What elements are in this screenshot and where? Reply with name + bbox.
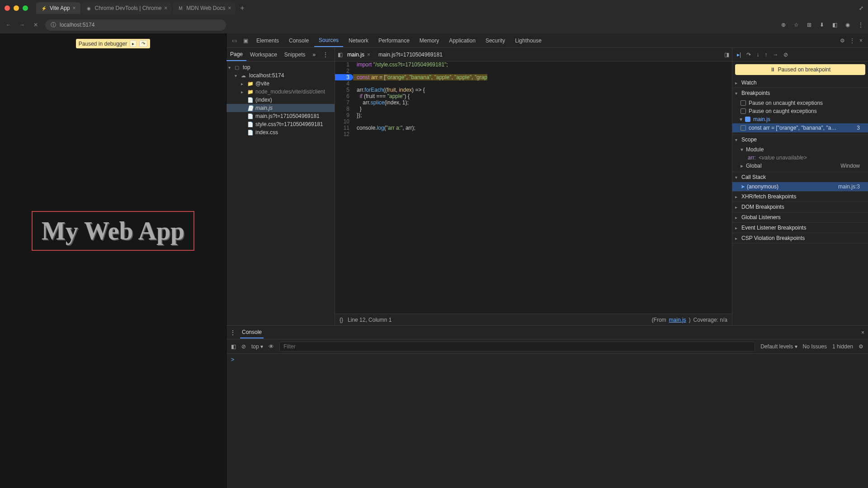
context-selector[interactable]: top ▾ [251, 343, 263, 350]
toggle-navigator-icon[interactable]: ◧ [338, 52, 343, 58]
drawer-menu-icon[interactable]: ⋮ [230, 329, 236, 336]
section-scope[interactable]: ▾Scope [732, 135, 868, 145]
close-window[interactable] [5, 5, 10, 11]
clear-console-icon[interactable]: ⊘ [241, 343, 246, 350]
file-tab-main-ts[interactable]: main.js?t=1710504969181 [375, 50, 446, 60]
file-tab-main[interactable]: main.js× [344, 50, 374, 60]
more-icon[interactable]: ⋮ [849, 38, 855, 44]
tab-performance[interactable]: Performance [374, 35, 414, 47]
pretty-print-icon[interactable]: {} [340, 317, 343, 323]
tab-application[interactable]: Application [444, 35, 480, 47]
log-levels-dropdown[interactable]: Default levels ▾ [760, 343, 797, 350]
address-bar[interactable]: ⓘ localhost:5174 [45, 19, 226, 31]
hidden-count[interactable]: 1 hidden [832, 343, 853, 350]
tab-elements[interactable]: Elements [252, 35, 283, 47]
step-out-icon[interactable]: ↑ [764, 52, 767, 58]
tree-top[interactable]: ▾▢top [226, 63, 335, 71]
close-devtools-icon[interactable]: × [859, 38, 863, 44]
code-editor[interactable]: 1import "/style.css?t=1710504969181"; 2 … [335, 61, 732, 314]
bp-file-row[interactable]: ▾main.js [732, 115, 868, 123]
tab-security[interactable]: Security [481, 35, 509, 47]
tree-file[interactable]: 📄style.css?t=1710504969181 [226, 120, 335, 128]
maximize-window[interactable] [23, 5, 28, 11]
profile-icon[interactable]: ◉ [845, 22, 850, 28]
close-drawer-icon[interactable]: × [861, 329, 864, 336]
nav-tab-workspace[interactable]: Workspace [246, 49, 281, 61]
favicon-chrome: ◉ [86, 5, 92, 11]
tab-lighthouse[interactable]: Lighthouse [510, 35, 546, 47]
step-icon[interactable]: → [773, 52, 778, 58]
sidepanel-icon[interactable]: ◧ [832, 22, 837, 28]
scope-module[interactable]: ▾Module [732, 145, 868, 154]
nav-more-icon[interactable]: » [309, 49, 320, 61]
new-tab-button[interactable]: + [236, 2, 248, 14]
device-toolbar-icon[interactable]: ▣ [241, 38, 251, 44]
scope-global[interactable]: ▸GlobalWindow [732, 162, 868, 170]
section-global-listeners[interactable]: ▸Global Listeners [732, 212, 868, 222]
drawer-tab-console[interactable]: Console [240, 327, 264, 338]
expand-icon[interactable]: ⤢ [859, 5, 863, 11]
section-watch[interactable]: ▸Watch [732, 78, 868, 88]
search-icon[interactable]: ⊕ [781, 22, 786, 28]
scope-var-arr[interactable]: arr:<value unavailable> [732, 154, 868, 162]
callstack-frame[interactable]: ➤(anonymous)main.js:3 [732, 182, 868, 191]
close-tab-icon[interactable]: × [72, 5, 75, 11]
minimize-window[interactable] [14, 5, 19, 11]
reload-button[interactable]: ✕ [32, 22, 40, 28]
tab-console[interactable]: Console [284, 35, 313, 47]
toggle-debugger-icon[interactable]: ◨ [724, 52, 729, 58]
console-body[interactable]: > [226, 354, 868, 488]
browser-tab-vite[interactable]: ⚡ Vite App × [36, 2, 80, 14]
downloads-icon[interactable]: ⬇ [820, 22, 824, 28]
step-over-icon[interactable]: ↷ [746, 52, 751, 58]
tree-node-modules[interactable]: ▸📁node_modules/vite/dist/client [226, 88, 335, 96]
nav-menu-icon[interactable]: ⋮ [319, 49, 332, 61]
forward-button[interactable]: → [18, 22, 26, 28]
tree-host[interactable]: ▾☁localhost:5174 [226, 71, 335, 80]
nav-tab-snippets[interactable]: Snippets [281, 49, 309, 61]
source-link[interactable]: main.js [669, 317, 686, 323]
section-breakpoints[interactable]: ▾Breakpoints [732, 88, 868, 98]
step-overlay-button[interactable]: ↷ [139, 40, 147, 47]
section-event[interactable]: ▸Event Listener Breakpoints [732, 223, 868, 233]
resume-overlay-button[interactable]: ▸ [130, 40, 137, 47]
close-tab-icon[interactable]: × [228, 5, 231, 11]
console-filter-input[interactable] [279, 342, 755, 352]
section-dom[interactable]: ▸DOM Breakpoints [732, 202, 868, 212]
bp-line-row[interactable]: const arr = ["orange", "banana", "a…3 [732, 123, 868, 132]
step-into-icon[interactable]: ↓ [756, 52, 759, 58]
close-file-icon[interactable]: × [367, 52, 370, 58]
tab-sources[interactable]: Sources [314, 34, 343, 47]
tree-file-main[interactable]: 📄main.js [226, 104, 335, 112]
site-info-icon[interactable]: ⓘ [51, 21, 56, 29]
tree-file[interactable]: 📄index.css [226, 128, 335, 136]
settings-icon[interactable]: ⚙ [840, 38, 845, 44]
inspect-icon[interactable]: ▭ [229, 38, 240, 44]
tree-file[interactable]: 📄main.js?t=1710504969181 [226, 112, 335, 120]
tree-file[interactable]: 📄(index) [226, 96, 335, 104]
live-expression-icon[interactable]: 👁 [269, 343, 274, 350]
pause-uncaught-checkbox[interactable]: Pause on uncaught exceptions [732, 99, 868, 107]
extensions-icon[interactable]: ⊞ [807, 22, 811, 28]
sidebar-toggle-icon[interactable]: ◧ [231, 343, 236, 350]
section-csp[interactable]: ▸CSP Violation Breakpoints [732, 233, 868, 243]
section-xhr[interactable]: ▸XHR/fetch Breakpoints [732, 192, 868, 202]
tree-vite[interactable]: ▸📁@vite [226, 80, 335, 88]
browser-tab-devtools[interactable]: ◉ Chrome DevTools | Chrome × [81, 2, 172, 14]
breakpoint-marker[interactable]: 3 [335, 74, 353, 80]
file-tree[interactable]: ▾▢top ▾☁localhost:5174 ▸📁@vite ▸📁node_mo… [226, 61, 335, 325]
pause-caught-checkbox[interactable]: Pause on caught exceptions [732, 107, 868, 115]
bookmark-icon[interactable]: ☆ [794, 22, 799, 28]
resume-button[interactable]: ▸| [737, 52, 741, 58]
close-tab-icon[interactable]: × [164, 5, 167, 11]
deactivate-bp-icon[interactable]: ⊘ [783, 52, 788, 58]
back-button[interactable]: ← [5, 22, 13, 28]
favicon-vite: ⚡ [41, 5, 47, 11]
tab-memory[interactable]: Memory [415, 35, 443, 47]
tab-network[interactable]: Network [344, 35, 373, 47]
nav-tab-page[interactable]: Page [226, 48, 246, 61]
section-callstack[interactable]: ▾Call Stack [732, 172, 868, 182]
browser-tab-mdn[interactable]: M MDN Web Docs × [173, 2, 236, 14]
console-settings-icon[interactable]: ⚙ [859, 343, 863, 350]
menu-icon[interactable]: ⋮ [858, 22, 863, 28]
